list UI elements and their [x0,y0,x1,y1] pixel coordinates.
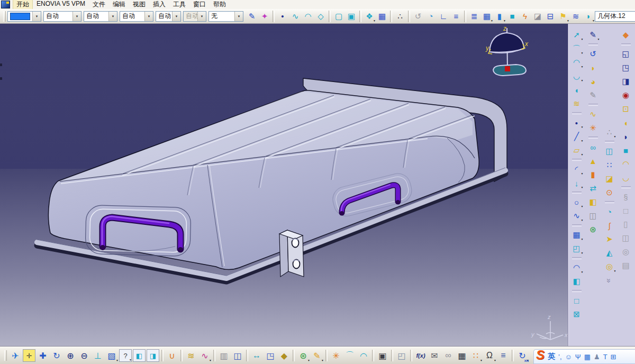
wizard-icon[interactable]: ✎▼ [311,349,323,362]
curve-analysis-icon[interactable]: ∿▼ [198,349,211,362]
chevron-down-icon[interactable]: ▼ [581,238,584,241]
target-icon[interactable]: ◎ [620,246,632,258]
wand-icon[interactable]: ✦ [259,11,270,22]
group-select-icon[interactable]: ❖▼ [364,11,375,22]
menu-item-window[interactable]: 窗口 [189,0,210,10]
compass-handle[interactable] [505,66,510,71]
viewport-canvas[interactable]: z x y z x y [0,24,568,347]
chevron-down-icon[interactable]: ▼ [108,12,117,21]
fly-mode-icon[interactable]: ✈ [9,349,22,362]
frame-window-icon[interactable]: ◫ [231,349,244,362]
camera-icon[interactable]: ▣ [376,349,389,362]
rib-icon[interactable]: ◖ [620,117,632,129]
thread-icon[interactable]: § [620,191,632,203]
combo-auto-5[interactable]: 自动▼ [183,11,206,22]
barrel-icon[interactable]: ▮ [587,169,600,180]
chevron-down-icon[interactable]: ▼ [614,135,616,138]
hole-icon[interactable]: ◉ [620,89,632,101]
relations-icon[interactable]: ∷▼ [469,349,482,362]
shaded-part-icon[interactable]: ◆ [620,29,632,41]
blend-surface-icon[interactable]: ◡▼ [570,70,583,82]
bend-icon[interactable]: ∫ [603,220,616,231]
mounting-bracket[interactable] [279,230,304,277]
chevron-down-icon[interactable]: ▼ [581,126,584,129]
drafted-hole-icon[interactable]: ⊡ [620,103,632,115]
extract-icon[interactable]: ◰▼ [570,243,583,254]
3d-viewport[interactable]: z x y z x y [0,24,568,347]
unfold-icon[interactable]: ◭ [603,247,616,259]
chevron-down-icon[interactable]: ▼ [480,359,483,362]
select-box-icon[interactable]: ▢ [333,11,344,22]
grid-select-icon[interactable]: ▦ [376,11,388,22]
chevron-down-icon[interactable]: ▼ [32,12,41,21]
slot-icon[interactable]: ◗ [620,131,632,142]
select-box-alt-icon[interactable]: ▣ [346,11,357,22]
chevron-down-icon[interactable]: ▼ [581,205,584,208]
line-icon[interactable]: ╱▼ [570,131,583,142]
plane-icon[interactable]: ▱▼ [570,144,583,156]
list-icon[interactable]: ≋ [570,11,582,22]
offset-planes-icon[interactable]: ≋ [570,98,583,110]
chevron-down-icon[interactable]: ▼ [581,172,584,175]
groove-icon[interactable]: ◨ [620,76,632,87]
combo-auto-2[interactable]: 自动▼ [84,11,117,22]
globe-hand-icon[interactable]: ◔ [425,11,437,22]
patch-icon[interactable]: ▦▼ [570,229,583,241]
insert-surface-icon[interactable]: ◗▼ [583,11,594,22]
spline-icon[interactable]: ∿▼ [570,210,583,222]
menu-item-edit[interactable]: 编辑 [109,0,129,10]
ime-keyboard-icon[interactable]: ▦ [584,353,591,361]
chevron-down-icon[interactable]: ▼ [491,20,493,22]
measure-item-icon[interactable]: ◳ [264,349,277,362]
chevron-down-icon[interactable]: ▼ [116,359,119,362]
wireframe-box-icon[interactable]: □ [570,295,583,306]
surface-filter-icon[interactable]: ◠ [302,11,314,22]
layers-icon[interactable]: ≋ [185,349,197,362]
pad-icon[interactable]: ◱ [620,48,632,60]
draft-angle-icon[interactable]: ◠ [620,158,632,170]
fence-icon[interactable]: ▥ [217,349,230,362]
lock-icon[interactable]: Ω▼ [483,349,496,362]
circle-icon[interactable]: ○▼ [570,196,583,208]
extrude-icon[interactable]: ◧ [570,276,583,287]
no-show-box-icon[interactable]: ⊠ [570,308,583,320]
pan-icon[interactable]: ✚ [37,349,49,362]
shuffle-icon[interactable]: ⇄ [587,183,600,194]
gears-icon[interactable]: ⊛▼ [297,349,310,362]
combo-auto-1[interactable]: 自动▼ [43,11,81,22]
inactive-pocket-icon[interactable]: ▯ [620,219,632,230]
clamp-icon[interactable]: ∪ [166,349,178,362]
transform-sheet-icon[interactable]: ◪ [603,173,616,185]
ime-person-icon[interactable]: ♟ [594,353,600,361]
render-shaded-icon[interactable]: ◧ [133,349,146,362]
multipad-icon[interactable]: ■ [620,144,632,156]
projection-icon[interactable]: ↓▼ [570,177,583,189]
chevron-down-icon[interactable]: ▼ [581,66,584,68]
update-icon[interactable]: ↻▼XN [516,349,529,362]
inactive-pad-icon[interactable]: □ [620,205,632,216]
zoom-out-icon[interactable]: ⊖ [78,349,90,362]
ime-logo[interactable]: S [536,348,545,362]
fit-all-icon[interactable]: ✛ [23,349,35,362]
point-filter-icon[interactable]: • [277,11,288,22]
chevron-down-icon[interactable]: ▼ [234,12,243,21]
combo-auto-4[interactable]: 自动▼ [156,11,181,22]
sail-icon[interactable]: ◠ [357,349,370,362]
inertia-icon[interactable]: ◆ [278,349,291,362]
chevron-down-icon[interactable]: ▼ [592,20,595,22]
scaling-icon[interactable]: ∴▼ [603,126,616,138]
chevron-down-icon[interactable]: ▼ [581,38,584,41]
pocket-icon[interactable]: ◳ [620,62,632,74]
chevron-down-icon[interactable]: ▼ [567,20,569,22]
styled-surface-icon[interactable]: ◗ [587,62,600,74]
chevron-down-icon[interactable]: ▼ [494,359,496,362]
tree-expand-icon[interactable]: ⊟ [545,11,556,22]
ime-mode-toggle[interactable]: 英 [548,352,555,361]
combo-auto-3[interactable]: 自动▼ [120,11,153,22]
chevron-down-icon[interactable]: ▼ [581,252,584,254]
quick-view-icon[interactable]: ◰ [395,349,408,362]
rotate-icon[interactable]: ⊙ [603,187,616,198]
chevron-down-icon[interactable]: ▼ [172,12,180,21]
swirl-icon[interactable]: ↺ [412,11,424,22]
inactive-mirror-icon[interactable]: ◫ [620,232,632,244]
